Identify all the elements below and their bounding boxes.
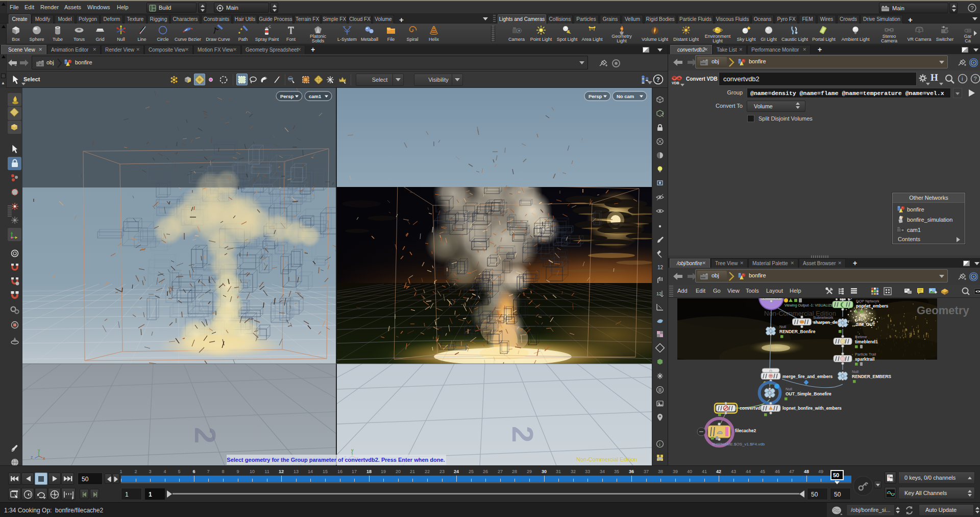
svg-text:Persp: Persp	[280, 93, 294, 99]
svg-text:24: 24	[37, 64, 39, 66]
svg-text:i: i	[962, 76, 963, 82]
svg-text:RENDER_Bonfire: RENDER_Bonfire	[779, 329, 816, 334]
svg-text:Non-Commercial Edition: Non-Commercial Edition	[576, 456, 637, 462]
svg-text:z: z	[31, 455, 33, 460]
svg-text:Persp: Persp	[589, 93, 602, 99]
svg-text:cam1: cam1	[309, 93, 322, 99]
svg-text:SIM_OUT: SIM_OUT	[856, 322, 876, 327]
svg-text:Retime: Retime	[855, 335, 867, 339]
svg-text:?: ?	[970, 5, 973, 11]
svg-text:12: 12	[657, 265, 664, 270]
svg-text:RENDER_EMBERS: RENDER_EMBERS	[852, 374, 891, 379]
svg-text:i: i	[659, 442, 660, 447]
svg-text:Null: Null	[856, 317, 863, 322]
svg-text:OUT_Simple_Bonefire: OUT_Simple_Bonefire	[786, 391, 831, 396]
svg-text:Subnetwork: Subnetwork	[813, 315, 834, 320]
svg-text:Null: Null	[852, 369, 859, 374]
svg-text:?: ?	[656, 76, 660, 83]
svg-text:DOP Network: DOP Network	[856, 299, 879, 303]
svg-text:popnet_embers: popnet_embers	[856, 303, 889, 309]
svg-text:2: 2	[506, 426, 540, 442]
svg-text:x: x	[43, 456, 45, 461]
svg-text:timeblend1: timeblend1	[855, 339, 878, 344]
svg-text:y: y	[351, 448, 354, 453]
svg-text:Particle Trail: Particle Trail	[855, 352, 876, 357]
svg-text:filecache2: filecache2	[735, 428, 756, 433]
svg-text:merge_fire_and_embers: merge_fire_and_embers	[782, 374, 833, 379]
svg-text:Null: Null	[786, 387, 792, 391]
svg-text:lopnet_bonfire_with_embers: lopnet_bonfire_with_embers	[782, 406, 842, 411]
svg-text:Viewing Output -1: VISUALIZER: Viewing Output -1: VISUALIZER	[785, 303, 836, 308]
svg-text:No cam: No cam	[617, 93, 634, 99]
svg-text:$HIPNAME.$OS_v1.$F4.vdb: $HIPNAME.$OS_v1.$F4.vdb	[712, 442, 765, 447]
svg-text:y: y	[38, 448, 40, 453]
svg-text:Geometry: Geometry	[917, 304, 969, 317]
svg-text:Null: Null	[779, 324, 786, 329]
svg-text:sparktrail: sparktrail	[855, 357, 874, 362]
svg-text:Select geometry for the Group: Select geometry for the Group parameter …	[227, 457, 445, 463]
svg-text:VDB: VDB	[672, 81, 679, 85]
svg-text:?: ?	[974, 76, 977, 82]
svg-text:2: 2	[189, 427, 222, 443]
